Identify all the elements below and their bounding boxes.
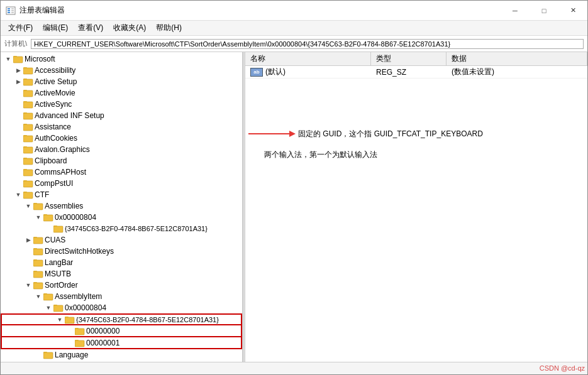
registry-entry-default[interactable]: ab (默认) REG_SZ (数值未设置) (245, 66, 587, 79)
svg-rect-65 (33, 271, 37, 273)
close-button[interactable]: ✕ (558, 1, 587, 21)
svg-rect-74 (53, 305, 57, 307)
tree-item-assemblies[interactable]: ▼ Assemblies (1, 200, 242, 212)
svg-rect-56 (33, 237, 37, 239)
tree-item-guid-a[interactable]: {34745C63-B2F0-4784-8B67-5E12C8701A31} (1, 223, 242, 234)
folder-icon-directswitch (33, 247, 43, 256)
folder-icon-clipboard (23, 156, 33, 165)
tree-label-guid-b: {34745C63-B2F0-4784-8B67-5E12C8701A31} (76, 316, 241, 323)
tree-item-advanced-inf[interactable]: Advanced INF Setup (1, 110, 242, 121)
menu-bar: 文件(F) 编辑(E) 查看(V) 收藏夹(A) 帮助(H) (1, 21, 587, 36)
col-header-data: 数据 (447, 52, 587, 65)
tree-item-language[interactable]: Language (1, 349, 242, 361)
tree-label-compstui: CompPstUI (35, 179, 242, 188)
folder-icon-assistance (23, 122, 33, 131)
svg-rect-17 (23, 90, 27, 92)
window-title: 注册表编辑器 (19, 5, 65, 16)
tree-label-msutb: MSUTB (45, 269, 242, 278)
folder-icon-activemovie (23, 89, 33, 97)
tree-item-authcookies[interactable]: AuthCookies (1, 133, 242, 144)
folder-icon-microsoft (13, 55, 23, 63)
folder-icon-langbar (33, 258, 43, 267)
tree-item-active-setup[interactable]: ▶ Active Setup (1, 76, 242, 87)
tree-item-0x804-a[interactable]: ▼ 0x00000804 (1, 212, 242, 223)
svg-rect-38 (23, 169, 27, 171)
tree-item-sortorder[interactable]: ▼ SortOrder (1, 280, 242, 291)
expand-icon-sortorder: ▼ (23, 282, 33, 288)
tree-item-compstui[interactable]: CompPstUI (1, 178, 242, 189)
tree-label-0x804-a: 0x00000804 (55, 213, 242, 222)
menu-file[interactable]: 文件(F) (3, 21, 38, 35)
svg-rect-80 (75, 328, 79, 330)
expand-icon-accessibility: ▶ (13, 67, 23, 73)
svg-rect-26 (23, 124, 27, 126)
tree-label-commsaphost: CommsAPHost (35, 168, 242, 177)
tree-label-microsoft: Microsoft (25, 55, 242, 63)
tree-item-msutb[interactable]: MSUTB (1, 268, 242, 280)
col-data-label: 数据 (452, 53, 467, 64)
svg-rect-62 (33, 259, 37, 261)
tree-label-assistance: Assistance (35, 122, 242, 131)
tree-item-ctf[interactable]: ▼ CTF (1, 189, 242, 200)
tree-label-00000000: 00000000 (86, 327, 241, 335)
tree-panel[interactable]: ▼ Microsoft ▶ Accessibility ▶ (1, 52, 243, 363)
tree-label-authcookies: AuthCookies (35, 134, 242, 143)
minimize-button[interactable]: ─ (501, 1, 530, 21)
menu-favorites[interactable]: 收藏夹(A) (108, 21, 151, 35)
folder-icon-00000000 (75, 327, 85, 335)
tree-label-sortorder: SortOrder (45, 281, 242, 290)
address-input[interactable] (31, 39, 584, 49)
tree-label-avalon: Avalon.Graphics (35, 145, 242, 154)
tree-label-clipboard: Clipboard (35, 156, 242, 165)
reg-data-label: (数值未设置) (452, 67, 494, 76)
tree-item-activesync[interactable]: ActiveSync (1, 99, 242, 110)
tree-item-00000000[interactable]: 00000000 (1, 325, 242, 337)
tree-label-activemovie: ActiveMovie (35, 89, 242, 97)
folder-icon-assemblyitem (43, 292, 53, 301)
svg-rect-20 (23, 101, 27, 103)
tree-label-advanced-inf: Advanced INF Setup (35, 111, 242, 120)
tree-item-microsoft[interactable]: ▼ Microsoft (1, 53, 242, 65)
folder-icon-ctf (23, 190, 33, 199)
menu-help[interactable]: 帮助(H) (151, 21, 187, 35)
title-controls: ─ □ ✕ (501, 1, 587, 21)
tree-item-langbar[interactable]: LangBar (1, 257, 242, 268)
tree-label-langbar: LangBar (45, 258, 242, 267)
folder-icon-avalon (23, 145, 33, 154)
menu-view[interactable]: 查看(V) (73, 21, 108, 35)
tree-item-guid-b[interactable]: ▼ {34745C63-B2F0-4784-8B67-5E12C8701A31} (1, 313, 242, 325)
menu-edit[interactable]: 编辑(E) (38, 21, 73, 35)
tree-item-accessibility[interactable]: ▶ Accessibility (1, 65, 242, 76)
maximize-button[interactable]: □ (530, 1, 558, 21)
folder-icon-language (43, 351, 53, 359)
svg-rect-86 (43, 352, 47, 354)
tree-item-commsaphost[interactable]: CommsAPHost (1, 166, 242, 178)
address-label: 计算机\ (4, 39, 27, 48)
folder-icon-authcookies (23, 134, 33, 143)
tree-label-0x804-b: 0x00000804 (65, 303, 242, 312)
tree-item-activemovie[interactable]: ActiveMovie (1, 87, 242, 99)
svg-rect-32 (23, 146, 27, 148)
tree-item-cuas[interactable]: ▶ CUAS (1, 234, 242, 246)
folder-icon-0x804-a (43, 213, 53, 222)
svg-rect-47 (33, 203, 37, 205)
reg-type-label: REG_SZ (376, 68, 406, 77)
svg-rect-77 (65, 317, 69, 318)
tree-item-avalon[interactable]: Avalon.Graphics (1, 144, 242, 155)
title-bar: 注册表编辑器 ─ □ ✕ (1, 1, 587, 21)
tree-item-0x804-b[interactable]: ▼ 0x00000804 (1, 302, 242, 313)
status-bar (1, 362, 587, 374)
tree-item-directswitch[interactable]: DirectSwitchHotkeys (1, 246, 242, 257)
tree-item-00000001[interactable]: 00000001 (1, 337, 242, 349)
tree-item-assemblyitem[interactable]: ▼ AssemblyItem (1, 291, 242, 302)
col-header-type: 类型 (371, 52, 447, 65)
reg-name-default: ab (默认) (245, 67, 371, 77)
tree-item-assistance[interactable]: Assistance (1, 121, 242, 133)
tree-item-clipboard[interactable]: Clipboard (1, 155, 242, 166)
svg-rect-53 (53, 226, 57, 227)
watermark: CSDN @cd-qz (540, 364, 585, 372)
tree-label-ctf: CTF (35, 190, 242, 199)
svg-rect-50 (43, 214, 47, 216)
tree-label-directswitch: DirectSwitchHotkeys (45, 247, 242, 256)
svg-rect-71 (43, 293, 47, 295)
